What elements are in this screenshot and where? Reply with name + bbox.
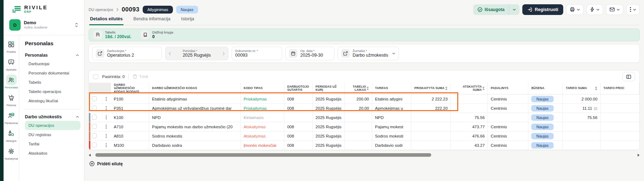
- email-button[interactable]: [606, 4, 623, 15]
- column-header-status[interactable]: BŪSENA: [528, 83, 563, 94]
- cell-name: Darbdavio sodra: [149, 141, 241, 150]
- check-circle-icon: [477, 7, 482, 12]
- cell-accrued: [411, 113, 451, 122]
- period-field[interactable]: Periodas* 2025 Rugsėjis: [165, 47, 228, 60]
- print-button[interactable]: [566, 4, 584, 15]
- row-checkbox[interactable]: [92, 96, 97, 101]
- document-number-value: 00093: [235, 53, 258, 58]
- account-switcher[interactable]: D Demo Aušra Juodienė: [7, 17, 80, 35]
- column-header-deducted[interactable]: ATSKAITYTA SUMAΣ: [451, 83, 488, 94]
- sum-sigma-icon[interactable]: Σ: [367, 87, 369, 90]
- journal-field[interactable]: Žurnalas* Darbo užmokestis: [338, 47, 399, 60]
- period-value: 2025 Rugsėjis: [183, 53, 211, 58]
- operation-date-field[interactable]: Op. data* 2025-09-30: [285, 47, 334, 60]
- column-header-period[interactable]: PERIODAS UŽ KURĮ: [312, 83, 344, 94]
- menu-group-personalas[interactable]: Personalas: [25, 51, 80, 59]
- cell-time: [344, 141, 372, 150]
- row-checkbox[interactable]: [92, 115, 97, 120]
- row-menu-button[interactable]: [102, 122, 111, 131]
- saved-dropdown-chevron[interactable]: [509, 9, 519, 11]
- scrollbar-track[interactable]: [93, 153, 635, 157]
- select-all-checkbox[interactable]: [93, 74, 98, 79]
- column-header-type[interactable]: KODO TIPAS: [241, 83, 284, 94]
- table-row: P100Etatinis atlyginimasPriskaitymas0082…: [89, 94, 639, 104]
- row-menu-button[interactable]: [102, 113, 111, 122]
- tab-detalios-eilutes[interactable]: Detalios eilutės: [89, 15, 123, 25]
- delete-button[interactable]: Trinti: [133, 74, 148, 79]
- row-checkbox[interactable]: [92, 143, 97, 148]
- sidebar-item-tabelio-operacijos[interactable]: Tabelio operacijos: [25, 87, 80, 96]
- column-settings-button[interactable]: [622, 72, 635, 81]
- rail-item-apskaita[interactable]: Apskaita: [4, 57, 19, 71]
- scroll-left-arrow[interactable]: [89, 154, 91, 157]
- column-header-time[interactable]: TABELIO LAIKASΣ: [344, 83, 372, 94]
- rail-item-pradzia[interactable]: Pradžia: [4, 39, 19, 53]
- kebab-icon: [630, 7, 631, 12]
- more-button[interactable]: [626, 4, 640, 15]
- calendar-icon: [289, 49, 297, 58]
- sidebar-item-du-registras[interactable]: DU registras: [25, 130, 80, 139]
- sidebar-item-darbuotojai[interactable]: Darbuotojai: [25, 59, 80, 68]
- row-menu-button[interactable]: [102, 131, 111, 141]
- column-header-tariff_pct[interactable]: TARIFO PROC: [601, 83, 639, 94]
- rail-item-pardavimai[interactable]: Pardavimai: [4, 110, 19, 125]
- sidebar-item-personalo-dokumentai[interactable]: Personalo dokumentai: [25, 68, 80, 78]
- row-checkbox[interactable]: [92, 105, 97, 110]
- cell-type: Atskaitymas: [241, 131, 284, 141]
- menu-group-darbo-uzmokestis[interactable]: Darbo užmokestis: [25, 113, 80, 121]
- column-header-code[interactable]: DARBO UŽMOKESČIO KODAS (KODAS): [111, 83, 149, 94]
- column-header-tariff[interactable]: TARIFAS: [372, 83, 411, 94]
- sidebar-item-tabelis[interactable]: Tabelis: [25, 78, 80, 87]
- quick-actions-button[interactable]: [586, 4, 603, 15]
- gear-icon: [6, 146, 17, 156]
- row-select-cell: [89, 122, 102, 131]
- sidebar-item-ataskaitos[interactable]: Ataskaitos: [25, 149, 80, 158]
- column-header-accrued[interactable]: PRISKAITYTA SUMAΣ: [411, 83, 451, 94]
- row-checkbox[interactable]: [92, 124, 97, 129]
- rail-item-atsargos[interactable]: Atsargos: [4, 128, 19, 143]
- lines-table: DARBO UŽMOKESČIO KODAS (KODAS)DARBO UŽMO…: [89, 83, 639, 150]
- scrollbar-thumb[interactable]: [95, 153, 431, 157]
- rail-item-personalas[interactable]: Personalas: [4, 74, 19, 89]
- row-menu-button[interactable]: [102, 94, 111, 104]
- horizontal-scrollbar[interactable]: [89, 153, 640, 157]
- icon-rail: Pradžia Apskaita Personalas: [4, 35, 19, 181]
- sidebar-item-du-operacijos[interactable]: DU operacijos: [25, 121, 80, 130]
- saved-button[interactable]: Išsaugota: [473, 4, 519, 15]
- row-checkbox[interactable]: [92, 133, 97, 138]
- row-menu-button[interactable]: [102, 141, 111, 150]
- sum-sigma-icon[interactable]: Σ: [595, 87, 597, 90]
- register-button[interactable]: Registruoti: [522, 4, 563, 15]
- add-row-button[interactable]: Pridėti eilutę: [89, 160, 123, 167]
- sum-sigma-icon[interactable]: Σ: [482, 87, 485, 90]
- sidebar-item-tarifai[interactable]: Tarifai: [25, 139, 80, 149]
- cell-type: Priskaitymas: [241, 94, 284, 104]
- document-number-field[interactable]: Dokumento nr.* 00093: [232, 47, 282, 60]
- cell-department: Centrinis: [488, 131, 528, 141]
- column-header-tariff_sum[interactable]: TARIFO SUMAΣ: [563, 83, 601, 94]
- tab-istorija[interactable]: Istorija: [180, 15, 195, 25]
- row-menu-button[interactable]: [102, 104, 111, 113]
- rail-item-nustatymai[interactable]: Nustatymai: [4, 146, 19, 160]
- cell-contract: 008: [284, 94, 313, 104]
- column-header-name[interactable]: DARBO UŽMOKESČIO KODAS: [149, 83, 241, 94]
- cell-contract: 008: [284, 122, 313, 131]
- tab-bendra-informacija[interactable]: Bendra informacija: [133, 15, 171, 25]
- chevron-right-icon[interactable]: [222, 52, 225, 56]
- sum-sigma-icon[interactable]: Σ: [445, 87, 448, 90]
- chevron-left-icon[interactable]: [169, 52, 171, 56]
- cell-tariff-pct: [601, 104, 639, 113]
- user-subtitle: Aušra Juodienė: [24, 26, 72, 30]
- divider: [25, 109, 80, 109]
- column-header-contract[interactable]: DARBUOTOJO SUTARTIS: [284, 83, 313, 94]
- column-header-department[interactable]: PADALINYS: [488, 83, 528, 94]
- selector-updown-icon: [75, 22, 78, 27]
- page-title: 00093: [122, 6, 139, 13]
- row-status-badge: Naujas: [531, 105, 553, 112]
- rail-item-pirkimai[interactable]: Pirkimai: [4, 92, 19, 107]
- scroll-right-arrow[interactable]: [637, 154, 640, 157]
- sidebar-item-atostogu-likuciai[interactable]: Atostogų likučiai: [25, 96, 80, 105]
- employee-field[interactable]: Darbuotojas* Operatorius 2: [92, 47, 162, 60]
- breadcrumb-link[interactable]: DU operacijos: [89, 7, 113, 12]
- row-status-badge: Naujas: [531, 142, 553, 149]
